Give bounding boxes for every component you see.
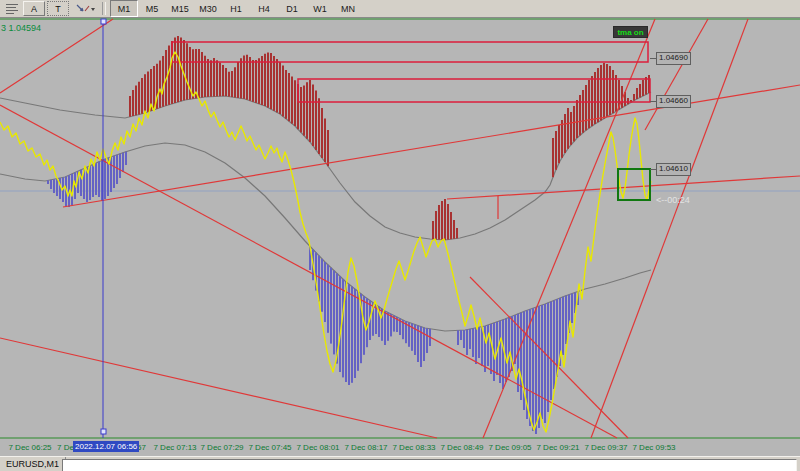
status-input-field[interactable] (62, 459, 797, 471)
time-axis-label: 7 Dec 09:05 (488, 443, 531, 452)
indicator-toggle-badge[interactable]: tma on (613, 26, 648, 38)
time-axis-label: 7 Dec 07:13 (153, 443, 196, 452)
cursor-mode-icon[interactable] (72, 1, 98, 16)
time-axis-label: 7 Dec 08:49 (440, 443, 483, 452)
toolbar-separator (102, 2, 106, 15)
timeframe-button-w1[interactable]: W1 (306, 0, 334, 17)
timeframe-button-d1[interactable]: D1 (278, 0, 306, 17)
timeframe-group: M1M5M15M30H1H4D1W1MN (110, 0, 362, 17)
trading-app-window: A T M1M5M15M30H1H4D1W1MN 3 1.04594 tma o… (0, 0, 800, 471)
selected-datetime-box: 2022.12.07 06:56 (73, 441, 139, 452)
time-axis-label: 7 Dec 07:45 (248, 443, 291, 452)
timeframe-button-mn[interactable]: MN (334, 0, 362, 17)
time-axis: 7 Dec 06:257 Dec 07:137 Dec 07:297 Dec 0… (0, 439, 800, 456)
time-axis-label: 7 Dec 08:01 (296, 443, 339, 452)
chart-area[interactable]: 3 1.04594 tma on <--00:24 1.046901.04660… (0, 18, 800, 439)
current-price-readout: 3 1.04594 (1, 23, 41, 33)
time-axis-label-fragment: 7 De (57, 443, 74, 452)
bar-countdown-label: <--00:24 (656, 195, 690, 205)
timeframe-button-h4[interactable]: H4 (250, 0, 278, 17)
dropdown-caret-icon (91, 8, 95, 11)
text-tool-button[interactable]: T (47, 1, 69, 16)
time-axis-label: 7 Dec 07:29 (200, 443, 243, 452)
symbol-tab[interactable]: EURUSD,M1 (0, 457, 66, 471)
lines-glyph (6, 4, 18, 14)
bottom-bar: EURUSD,M1 (0, 456, 800, 471)
timeframe-button-m30[interactable]: M30 (194, 0, 222, 17)
time-axis-label: 7 Dec 09:37 (584, 443, 627, 452)
chart-canvas[interactable] (0, 18, 800, 439)
arrows-glyph (74, 3, 96, 15)
time-axis-label: 7 Dec 08:33 (392, 443, 435, 452)
time-axis-label: 7 Dec 08:17 (344, 443, 387, 452)
price-level-label: 1.04660 (656, 95, 691, 108)
chart-toolbar: A T M1M5M15M30H1H4D1W1MN (0, 0, 800, 18)
timeframe-button-m1[interactable]: M1 (110, 0, 138, 17)
timeframe-button-m5[interactable]: M5 (138, 0, 166, 17)
time-axis-label: 7 Dec 09:53 (632, 443, 675, 452)
price-level-label: 1.04690 (656, 52, 691, 65)
object-list-icon[interactable] (2, 1, 22, 16)
annotate-button[interactable]: A (23, 1, 45, 16)
time-axis-label: 7 Dec 06:25 (8, 443, 51, 452)
timeframe-button-m15[interactable]: M15 (166, 0, 194, 17)
price-level-label: 1.04610 (656, 163, 691, 176)
time-axis-label: 7 Dec 09:21 (536, 443, 579, 452)
timeframe-button-h1[interactable]: H1 (222, 0, 250, 17)
